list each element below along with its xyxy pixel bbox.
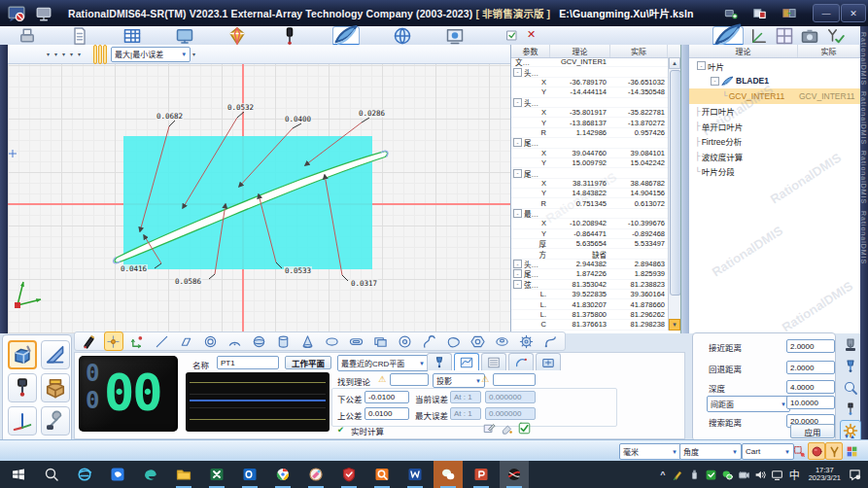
tree-item-BLADE1[interactable]: -BLADE1: [689, 74, 860, 89]
table-row[interactable]: -尾…: [511, 168, 668, 178]
window-menu-icon[interactable]: [33, 5, 54, 22]
coords-dropdown[interactable]: Cart▼: [742, 443, 794, 460]
transfer-icon[interactable]: [780, 7, 799, 20]
spacing-plane-dropdown[interactable]: 间距面▼: [707, 396, 790, 412]
workplane-button[interactable]: 工作平面: [285, 356, 331, 369]
ribbon-tab-device[interactable]: [17, 27, 37, 44]
field-input[interactable]: 4.0000: [786, 380, 835, 394]
column-header[interactable]: 参数: [511, 45, 550, 57]
measure-tab-list[interactable]: [481, 353, 506, 370]
table-row[interactable]: C 81.376613 81.298238: [511, 320, 668, 330]
taskbar-rationaldmis[interactable]: [500, 461, 529, 488]
measure-tab-probe[interactable]: [427, 353, 452, 370]
feature-ellipse-button[interactable]: [323, 331, 342, 351]
feature-arc-button[interactable]: [226, 331, 245, 351]
field-input[interactable]: 2.0000: [786, 361, 835, 374]
feature-disc-button[interactable]: [492, 331, 511, 351]
tree-item-叶片分段[interactable]: └叶片分段: [689, 164, 860, 180]
taskbar-file-explorer[interactable]: [169, 461, 198, 488]
tray-volume-icon[interactable]: [754, 469, 767, 481]
taskbar-powerpoint[interactable]: [467, 461, 496, 488]
tray-wechat-tray-icon[interactable]: [721, 469, 734, 481]
feature-probe-mode-button[interactable]: [80, 331, 99, 351]
table-row[interactable]: X -36.789170 -36.651032: [511, 78, 668, 87]
feature-hook-button[interactable]: [540, 331, 560, 351]
scroll-up-icon[interactable]: ▲: [669, 57, 680, 69]
ribbon-tab-document[interactable]: [70, 27, 89, 44]
ribbon-tab-globe[interactable]: [393, 27, 412, 44]
taskbar-chrome[interactable]: [268, 461, 297, 488]
tools-button[interactable]: [41, 406, 70, 436]
tray-pen-tool-icon[interactable]: [672, 469, 684, 481]
error-mode-dropdown[interactable]: 最大|最小误差▼: [111, 47, 191, 62]
toolbar-blade-section-4[interactable]: ▾: [68, 45, 75, 64]
ime-indicator[interactable]: 中: [789, 467, 800, 482]
table-row[interactable]: -头…: [511, 98, 668, 108]
projection-input[interactable]: [493, 373, 536, 386]
toolbar-blade-fit-3[interactable]: [103, 45, 107, 64]
side-zoom-button[interactable]: [840, 377, 861, 399]
feature-curve-button[interactable]: [419, 331, 438, 351]
side-stamp-button[interactable]: [840, 334, 861, 356]
table-row[interactable]: -最…: [511, 209, 668, 219]
feature-slot-button[interactable]: [346, 331, 365, 351]
tree-toolbar-axes[interactable]: [749, 27, 769, 44]
toolbox-button[interactable]: [41, 373, 70, 402]
tree-toolbar-blade-view[interactable]: [712, 26, 744, 46]
toolbar-curve-edit[interactable]: [40, 45, 44, 64]
toolbar-pan[interactable]: [20, 45, 24, 64]
coordinate-triad-button[interactable]: [8, 406, 37, 436]
eraser-icon[interactable]: [501, 422, 513, 435]
tree-item-开口叶片[interactable]: ├开口叶片: [689, 104, 860, 120]
checkbox-icon[interactable]: [505, 29, 518, 42]
toolbar-select-region[interactable]: [30, 45, 34, 64]
table-row[interactable]: L. 41.830207 41.878660: [511, 299, 668, 309]
feature-cone-button[interactable]: [298, 331, 318, 351]
taskbar-pdf-reader[interactable]: [367, 461, 397, 488]
table-row[interactable]: X -35.801917 -35.822781: [511, 108, 668, 118]
upper-tolerance-input[interactable]: 0.0100: [365, 407, 409, 420]
hidden-icons-chevron[interactable]: ^: [660, 470, 665, 479]
angle-dropdown[interactable]: 角度▼: [679, 443, 742, 460]
taskbar-search[interactable]: [37, 461, 66, 488]
units-dropdown[interactable]: 毫米▼: [619, 443, 681, 460]
table-row[interactable]: L. 39.522835 39.360164: [511, 290, 668, 299]
ribbon-tab-table[interactable]: [122, 27, 142, 44]
close-panel-icon[interactable]: ✕: [527, 28, 536, 41]
close-button[interactable]: ✕: [841, 4, 866, 22]
ribbon-tab-diamond[interactable]: [227, 27, 247, 44]
program-window-icon[interactable]: [751, 7, 768, 20]
name-input[interactable]: PT1: [217, 356, 279, 369]
tree-item-Firtree分析[interactable]: ├Firtree分析: [689, 134, 860, 150]
ribbon-tab-probe[interactable]: [280, 27, 299, 44]
side-probe-config-button[interactable]: [840, 399, 861, 420]
toolbar-wave-compare-2[interactable]: [88, 45, 92, 64]
feature-sphere-button[interactable]: [250, 331, 269, 351]
toolbar-fit-view[interactable]: [11, 45, 15, 64]
column-header[interactable]: 实际: [798, 45, 860, 57]
status-ball-button[interactable]: [808, 442, 825, 460]
scrollbar[interactable]: ▲ ▼: [668, 57, 680, 331]
field-input[interactable]: 2.0000: [786, 339, 835, 353]
taskbar-outlook[interactable]: [235, 461, 264, 488]
measure-tab-arc[interactable]: [508, 353, 534, 370]
graphics-viewport[interactable]: 0.0682 0.0532 0.0400 0.0286 0.0416 0.058…: [8, 64, 510, 333]
scroll-down-icon[interactable]: ▼: [669, 319, 680, 331]
table-row[interactable]: Y 14.843822 14.904156: [511, 189, 668, 198]
column-header[interactable]: 理论: [550, 45, 610, 57]
measure-cube-button[interactable]: [8, 340, 37, 369]
toolbar-blade-fit-2[interactable]: [98, 45, 102, 64]
table-row[interactable]: X -10.208942 -10.399676: [511, 219, 668, 228]
tray-network-icon[interactable]: [771, 469, 783, 481]
table-row[interactable]: L. 81.375800 81.296262: [511, 310, 668, 320]
feature-gear-button[interactable]: [516, 331, 536, 351]
field-input[interactable]: 10.0000: [786, 396, 835, 409]
tray-security-icon[interactable]: [705, 469, 717, 481]
feature-torus-button[interactable]: [395, 331, 414, 351]
tree-toolbar-camera[interactable]: [800, 27, 819, 44]
status-snap-button[interactable]: [790, 442, 808, 460]
ribbon-tab-monitor[interactable]: [175, 27, 194, 44]
toolbar-view[interactable]: [25, 45, 29, 64]
tree-item-波纹度计算[interactable]: ├波纹度计算: [689, 149, 860, 164]
realtime-checkbox[interactable]: ✔: [337, 425, 344, 435]
